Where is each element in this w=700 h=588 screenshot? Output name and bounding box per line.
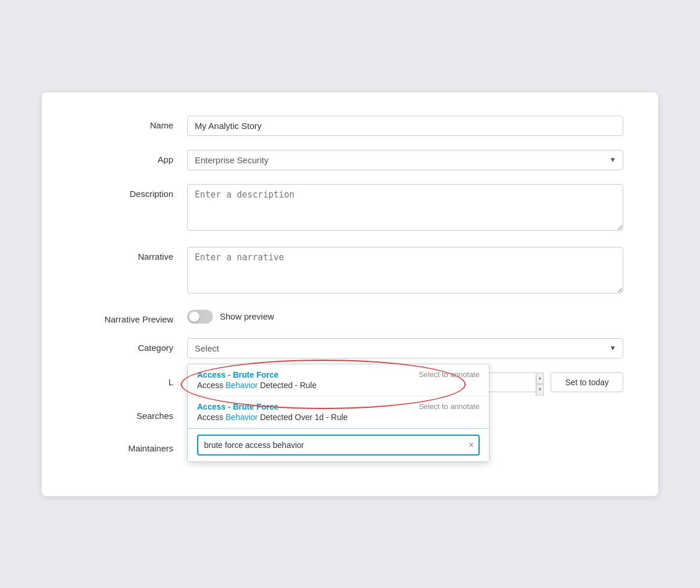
dropdown-item-1-plain1: Access [197,381,226,390]
narrative-label: Narrative [77,247,187,261]
dropdown-search-wrapper: × [188,428,489,461]
dropdown-item-1-end: Detected - Rule [258,381,316,390]
name-field-wrapper [187,116,623,136]
narrative-textarea[interactable] [187,247,623,293]
narrative-preview-label: Narrative Preview [77,310,187,324]
name-input[interactable] [187,116,623,136]
category-dropdown: Access - Brute Force Select to annotate … [187,364,490,462]
narrative-preview-control: Show preview [187,310,623,324]
narrative-preview-toggle[interactable] [187,310,213,324]
set-today-button[interactable]: Set to today [551,372,623,392]
dropdown-item-1-subtitle: Access Behavior Detected - Rule [197,381,480,390]
dropdown-item-2-title: Access - Brute Force [197,402,278,411]
form-card: Name App Enterprise Security ▼ Descripti… [42,92,658,496]
last-modified-label: L [77,372,187,387]
app-select-wrapper: Enterprise Security ▼ [187,150,623,170]
category-label: Category [77,338,187,353]
dropdown-item-2-plain1: Access [197,413,226,422]
dropdown-item-1-annotate: Select to annotate [419,370,480,379]
dropdown-item-2-end: Detected Over 1d - Rule [258,413,348,422]
app-field-wrapper: Enterprise Security ▼ [187,150,623,170]
description-field-wrapper [187,184,623,233]
dropdown-search-input[interactable] [197,435,480,456]
name-row: Name [77,116,623,136]
search-clear-icon[interactable]: × [469,440,474,450]
toggle-row: Show preview [187,310,623,324]
category-row: Category Select ▼ Access - Brute Force S… [77,338,623,358]
dropdown-item-2-blue: Behavior [226,413,258,422]
date-scrollbar: ▲ ▼ [535,372,544,396]
dropdown-item-2-row1: Access - Brute Force Select to annotate [197,402,480,411]
scroll-down-icon[interactable]: ▼ [536,384,544,396]
narrative-row: Narrative [77,247,623,296]
dropdown-item-1-row1: Access - Brute Force Select to annotate [197,370,480,379]
narrative-preview-row: Narrative Preview Show preview [77,310,623,324]
description-label: Description [77,184,187,199]
dropdown-item-1[interactable]: Access - Brute Force Select to annotate … [188,364,489,396]
description-textarea[interactable] [187,184,623,231]
maintainers-label: Maintainers [77,439,187,453]
scroll-up-icon[interactable]: ▲ [536,372,544,384]
category-select-wrapper: Select ▼ [187,338,623,358]
dropdown-item-2[interactable]: Access - Brute Force Select to annotate … [188,396,489,428]
category-select[interactable]: Select [187,338,623,358]
narrative-field-wrapper [187,247,623,296]
app-select[interactable]: Enterprise Security [187,150,623,170]
app-row: App Enterprise Security ▼ [77,150,623,170]
dropdown-item-1-blue: Behavior [226,381,258,390]
app-label: App [77,150,187,164]
show-preview-label: Show preview [220,311,274,321]
category-field-wrapper: Select ▼ Access - Brute Force Select to … [187,338,623,358]
toggle-knob [189,311,199,322]
dropdown-item-2-subtitle: Access Behavior Detected Over 1d - Rule [197,413,480,422]
searches-label: Searches [77,406,187,421]
description-row: Description [77,184,623,233]
name-label: Name [77,116,187,130]
dropdown-item-2-annotate: Select to annotate [419,402,480,411]
dropdown-item-1-title: Access - Brute Force [197,370,278,379]
